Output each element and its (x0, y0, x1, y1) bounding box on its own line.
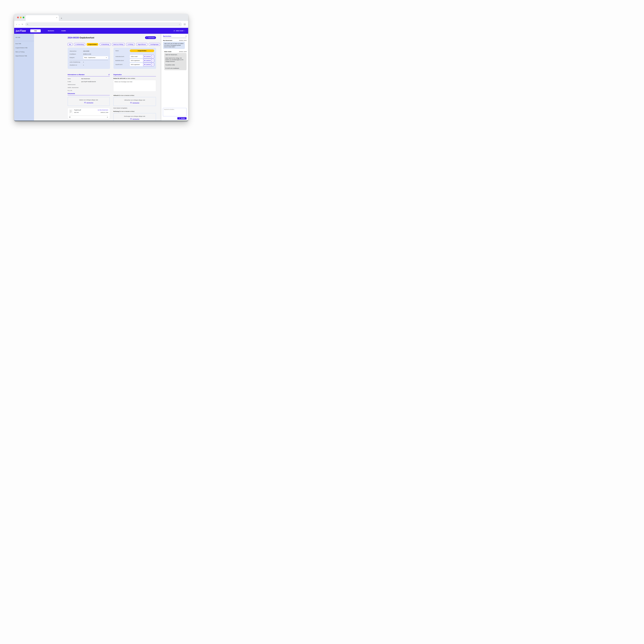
dropzone-text: Vollmachten zum Anhängen ablegen oder (124, 99, 145, 101)
minimize-window-button[interactable] (20, 17, 22, 18)
browser-window: × + ‹ › ↻ ☆ jusTlaw Fälle Mandanten Anwä… (14, 14, 188, 121)
external-link-icon[interactable] (108, 74, 110, 75)
cloud-upload-icon (130, 102, 132, 104)
organisation-section: Organisation Notizen für JUSTLAW (nur in… (113, 74, 156, 121)
status-pill-neu[interactable]: Neu (68, 43, 73, 46)
assign-dropdown-button[interactable] (151, 59, 154, 62)
status-pill-bereit-zur-pruefung[interactable]: Bereit zur Prüfung (112, 43, 125, 46)
vollmacht-label: Vollmacht (für intern & Mandant sichtbar… (113, 95, 156, 96)
tab-close-icon[interactable]: × (56, 17, 57, 18)
kategorie-select[interactable]: Reise - Gepäckverlust (83, 56, 108, 59)
browser-tab[interactable]: × (26, 15, 59, 21)
plz-ort-label: PLZ, Ort: (68, 90, 81, 91)
justlaw-logo: jusTlaw (16, 29, 26, 32)
aktualisiert-vor-label: Aktualisiert vor: (70, 64, 83, 66)
back-icon[interactable]: ‹ (16, 23, 17, 26)
sidebar-item-neue-faelle[interactable]: Neue Fälle (15, 43, 33, 44)
email-label: E-Mail: (68, 81, 81, 82)
nav-tab-anwaelte[interactable]: Anwälte (61, 30, 66, 31)
letzte-aktualisierung-label: Letzte Aktualisierung: (70, 61, 83, 63)
erstelldatum-value: 29.08.24, 10:40 (83, 53, 91, 55)
file-name: Flugticket.pdf (74, 109, 81, 111)
case-title: Gepäckverlust (80, 36, 94, 39)
status-pill-zurueckgezogen[interactable]: Zurückgezogen (149, 43, 160, 46)
message-time: 29.08.24, 10:42 (179, 40, 187, 41)
assign-dropdown-button[interactable] (151, 55, 154, 58)
aktenzeichen-value: 2024-00330 (83, 50, 89, 52)
status-pill-in-vorbereitung[interactable]: In Vorbereitung (74, 43, 85, 46)
mandant-heading: Informationen zu Mandant (68, 74, 84, 75)
assign-dropdown-button[interactable] (151, 63, 154, 66)
browser-toolbar: ‹ › ↻ ☆ (14, 21, 188, 28)
durchsuchen-link[interactable]: durchsuchen (133, 102, 139, 103)
sidebar-item-alle-faelle[interactable]: Alle Fälle (15, 37, 33, 38)
mandant-section: Informationen zu Mandant Name: Max Muste… (68, 74, 110, 91)
senden-button[interactable]: Senden (177, 117, 187, 120)
mir-zuweisen-button[interactable]: Mir zuweisen (143, 63, 151, 66)
file-uploader: von Max Mustermann (98, 109, 108, 111)
close-window-button[interactable] (17, 17, 19, 18)
durchsuchen-link[interactable]: durchsuchen (133, 118, 139, 120)
bearbeitet-durch-label: Bearbeitet durch: (115, 60, 130, 61)
case-assignment-card: Status: Ausgeschrieben Vorbereitet durch… (113, 48, 156, 69)
vorbereitet-durch-label: Vorbereitet durch: (115, 56, 130, 57)
browser-tab-strip: × + (14, 14, 188, 21)
reload-icon[interactable]: ↻ (22, 23, 23, 25)
notizen-label: Notizen für JUSTLAW (nur intern sichtbar… (113, 78, 156, 79)
status-pill-in-pruefung[interactable]: In Prüfung (126, 43, 135, 46)
forward-icon[interactable]: › (19, 23, 20, 26)
status-pill-in-bearbeitung[interactable]: In Bearbeitung (100, 43, 111, 46)
file-size: 105,3 KB (74, 112, 79, 113)
file-card: Flugticket.pdf von Max Mustermann 105,3 … (68, 108, 110, 119)
status-pill-abgeschlossen[interactable]: Abgeschlossen (136, 43, 147, 46)
vollmacht-dropzone[interactable]: Vollmachten zum Anhängen ablegen oder du… (113, 97, 156, 106)
pdf-thumbnail (69, 109, 73, 114)
bookmark-star-icon[interactable]: ☆ (179, 23, 180, 25)
name-value: Max Mustermann (81, 78, 90, 79)
messages-panel: Nachrichten × Max Mustermann 29.08.24, 1… (161, 34, 188, 121)
status-pill-row: Neu In Vorbereitung Ausgeschrieben In Be… (68, 43, 161, 46)
mir-zuweisen-button[interactable]: Mir zuweisen (143, 59, 151, 62)
durchsuchen-link[interactable]: durchsuchen (87, 102, 93, 103)
new-tab-button[interactable]: + (61, 17, 62, 19)
download-icon[interactable] (107, 116, 108, 118)
browser-menu-icon[interactable] (184, 23, 186, 26)
send-icon (179, 118, 180, 119)
aktualisiert-vor-value: x (83, 64, 84, 66)
status-pill-ausgeschrieben[interactable]: Ausgeschrieben (87, 43, 98, 46)
case-filter-sidebar: Alle Fälle Neue Fälle Ausgeschriebene Fä… (14, 34, 34, 121)
sidebar-item-faelle-zur-pruefung[interactable]: Fälle zur Prüfung (15, 51, 33, 53)
address-input[interactable] (29, 24, 179, 25)
telefon-label: Telefonnummer: (68, 84, 81, 85)
strasse-label: Straße, Hausnummer: (68, 87, 81, 88)
dokumente-dropzone[interactable]: Dateien zum Anhängen ablegen oder durchs… (68, 97, 110, 106)
notizen-textarea[interactable] (113, 80, 156, 91)
sidebar-item-abgeschlossene-faelle[interactable]: Abgeschlossene Fälle (15, 55, 33, 57)
close-icon[interactable]: × (185, 35, 187, 37)
dokumente-section: Dokumente Dateien zum Anhängen ablegen o… (68, 93, 110, 119)
message-input[interactable] (163, 108, 187, 116)
dropzone-text: Dateien zum Anhängen ablegen oder (79, 99, 98, 101)
nav-tab-faelle[interactable]: Fälle (30, 29, 41, 32)
user-menu[interactable]: Daliar Anwalt (173, 30, 185, 32)
user-icon (173, 30, 175, 32)
address-bar[interactable]: ☆ (25, 22, 182, 27)
nachrichten-button[interactable]: Nachrichten (145, 36, 156, 39)
chat-icon (146, 37, 148, 38)
geprueft-durch-value: Nicht zugewiesen (130, 63, 143, 66)
trash-icon[interactable] (69, 116, 71, 118)
nav-tab-mandanten[interactable]: Mandanten (48, 30, 54, 31)
bearbeitet-durch-value: Nicht zugewiesen (130, 59, 143, 62)
chevron-down-icon (106, 57, 107, 58)
traffic-lights (17, 17, 24, 18)
case-details-card: Aktenzeichen: 2024-00330 Erstelldatum: 2… (68, 48, 110, 69)
mir-zuweisen-button[interactable]: Mir zuweisen (143, 55, 151, 58)
cloud-upload-icon (130, 118, 132, 120)
rechnung-dropzone[interactable]: Rechnungen zum Anhängen ablegen oder dur… (113, 113, 156, 121)
sidebar-item-ausgeschriebene-faelle[interactable]: Ausgeschriebene Fälle (15, 47, 33, 48)
zoom-window-button[interactable] (23, 17, 24, 18)
search-icon (27, 24, 28, 25)
message-author: Daliar Anwalt (164, 51, 171, 52)
erstelldatum-label: Erstelldatum: (70, 53, 83, 55)
file-date: 29.08.24, 10:40 (101, 112, 108, 113)
